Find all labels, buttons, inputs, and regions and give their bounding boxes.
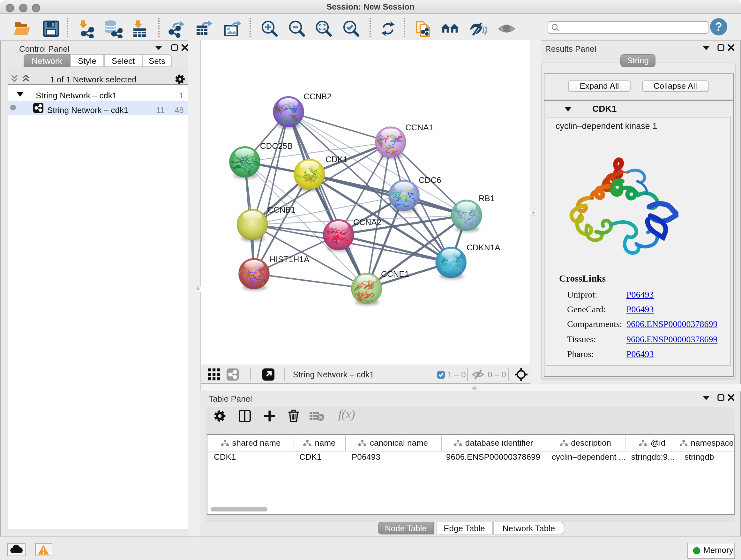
svg-text:CDKN1A: CDKN1A: [467, 243, 500, 252]
svg-text:CCNA2: CCNA2: [353, 217, 381, 227]
svg-text:RB1: RB1: [479, 193, 495, 203]
svg-text:CCNB2: CCNB2: [304, 91, 332, 101]
svg-text:CCNA1: CCNA1: [405, 123, 433, 132]
svg-text:HIST1H1A: HIST1H1A: [270, 254, 310, 264]
svg-text:?: ?: [715, 20, 722, 33]
svg-text:CCNB1: CCNB1: [267, 205, 295, 214]
svg-text:CDK1: CDK1: [326, 154, 347, 164]
svg-text:CDC6: CDC6: [419, 175, 441, 185]
svg-text:CDC25B: CDC25B: [260, 141, 293, 151]
svg-text:CCNE1: CCNE1: [381, 269, 409, 279]
